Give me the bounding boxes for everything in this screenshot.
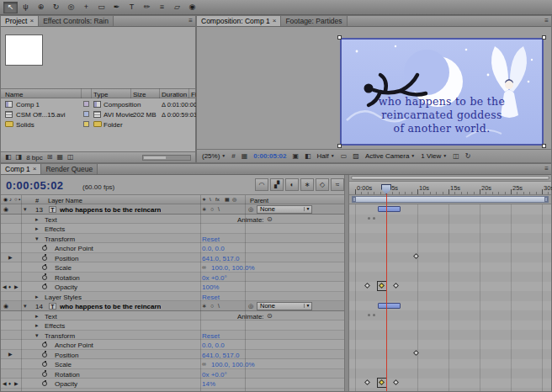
tab-comp-1[interactable]: Comp 1 × [1, 164, 41, 174]
panel-menu-icon[interactable]: ≡ [544, 166, 549, 172]
item-name[interactable]: Solids [16, 121, 34, 129]
layer-row[interactable]: ◉ ▾ 13 T who happens to be the reincarn … [1, 204, 344, 215]
group-row-transform[interactable]: ▾ Transform Reset [1, 331, 344, 341]
group-row-layer-styles[interactable]: ▸ Layer Styles Reset [1, 389, 344, 392]
brainstorm-button[interactable]: ∗ [300, 178, 314, 191]
group-row-effects[interactable]: ▸ Effects [1, 320, 344, 331]
puppet-pin-tool-icon[interactable]: ◉ [185, 2, 199, 13]
item-name[interactable]: Comp 1 [16, 101, 40, 109]
layer-name[interactable]: who happens to be the reincarn [60, 206, 161, 214]
group-row-transform[interactable]: ▾ Transform Reset [1, 234, 344, 244]
reset-link[interactable]: Reset [202, 294, 220, 301]
reset-link[interactable]: Reset [202, 390, 220, 392]
property-row-scale[interactable]: Scale ∞ 100.0, 100.0% [1, 262, 344, 273]
layer-name[interactable]: who happens to be the reincarn [60, 303, 161, 310]
column-header-duration[interactable]: Duration [162, 91, 187, 98]
current-time-display[interactable]: 0:00:05:02 [6, 179, 64, 192]
rotation-tool-icon[interactable]: ↻ [49, 2, 63, 13]
group-row-layer-styles[interactable]: ▸ Layer Styles Reset [1, 292, 344, 302]
chevron-down-icon[interactable]: ▾ [24, 303, 27, 309]
transparency-grid-icon[interactable]: ▨ [353, 153, 359, 160]
label-chip[interactable] [83, 121, 89, 127]
effect-switch-icon[interactable]: ○ [210, 206, 214, 212]
resolution-dropdown[interactable]: Half ▼ [317, 152, 335, 160]
pan-behind-tool-icon[interactable]: + [79, 2, 93, 13]
column-header-type[interactable]: Type [93, 91, 108, 98]
chevron-right-icon[interactable]: ▸ [35, 216, 39, 222]
property-row-opacity[interactable]: ◀ ♦ ▶ Opacity 100% [1, 282, 344, 292]
quality-switch-icon[interactable]: \ [218, 303, 220, 309]
chevron-down-icon[interactable]: ▾ [24, 206, 27, 212]
motion-blur-button[interactable]: ◐ [285, 178, 299, 191]
prev-keyframe-icon[interactable]: ◀ [3, 381, 7, 386]
property-value[interactable]: 100% [202, 283, 219, 291]
composition-viewer[interactable]: who happens to be the reincarnated godde… [197, 27, 551, 149]
project-flowchart-icon[interactable]: ◧ [5, 154, 12, 161]
stopwatch-icon[interactable] [42, 265, 47, 270]
property-value[interactable]: 0.0, 0.0 [202, 342, 225, 349]
stopwatch-icon[interactable] [42, 246, 47, 251]
chevron-down-icon[interactable]: ▾ [35, 236, 39, 241]
delete-icon[interactable]: ◫ [67, 154, 74, 161]
pen-tool-icon[interactable]: ✒ [109, 2, 124, 13]
property-row-anchor-point[interactable]: Anchor Point 0.0, 0.0 [1, 243, 344, 253]
parent-pickwhip-icon[interactable]: ◎ [248, 303, 253, 309]
property-row-scale[interactable]: Scale ∞ 100.0, 100.0% [1, 359, 344, 369]
property-value[interactable]: 100.0, 100.0% [211, 264, 255, 272]
stopwatch-icon[interactable] [42, 381, 47, 386]
property-row-position[interactable]: ▶ Position 641.0, 517.0 [1, 253, 344, 263]
stopwatch-icon[interactable] [42, 372, 47, 377]
animate-add-icon[interactable]: ⊙ [267, 313, 273, 320]
property-row-rotation[interactable]: Rotation 0x +0.0° [1, 369, 344, 379]
fast-preview-icon[interactable]: ↻ [465, 153, 471, 160]
project-item-row[interactable]: CSM Off...15.avi AVI Movie 202 MB Δ 0:00… [1, 109, 195, 119]
frame-blend-button[interactable]: ▞ [270, 178, 284, 191]
eye-icon[interactable]: ◉ [3, 303, 8, 309]
layer-duration-bar[interactable] [378, 206, 401, 212]
property-value[interactable]: 641.0, 517.0 [202, 255, 239, 262]
property-value[interactable]: 0x +0.0° [202, 274, 227, 282]
selection-handle[interactable] [337, 144, 342, 148]
brush-tool-icon[interactable]: ✏ [140, 2, 154, 13]
next-keyframe-icon[interactable]: ▶ [14, 381, 19, 386]
property-row-rotation[interactable]: Rotation 0x +0.0° [1, 273, 344, 283]
chevron-down-icon[interactable]: ▾ [35, 332, 39, 338]
grid-icon[interactable]: ▦ [242, 153, 248, 160]
property-value[interactable]: 100.0, 100.0% [211, 361, 255, 368]
time-navigator[interactable] [349, 175, 551, 182]
close-icon[interactable]: × [273, 18, 277, 24]
column-header-name[interactable]: Name [5, 91, 23, 98]
group-row-effects[interactable]: ▸ Effects [1, 224, 344, 234]
work-area-start-handle[interactable] [353, 197, 356, 202]
animator-marker-dot[interactable] [373, 217, 375, 220]
stopwatch-icon[interactable] [42, 352, 47, 358]
reset-link[interactable]: Reset [202, 236, 220, 243]
animator-marker-dot[interactable] [373, 314, 375, 316]
property-value[interactable]: 641.0, 517.0 [202, 352, 239, 359]
property-value[interactable]: 14% [202, 380, 215, 388]
stopwatch-icon[interactable] [42, 284, 47, 289]
composition-canvas[interactable]: who happens to be the reincarnated godde… [340, 38, 544, 146]
animate-add-icon[interactable]: ⊙ [267, 216, 273, 223]
work-area-bar[interactable] [352, 196, 549, 203]
pixel-aspect-icon[interactable]: ◫ [453, 153, 459, 160]
selection-handle[interactable] [337, 35, 342, 40]
eraser-tool-icon[interactable]: ▱ [170, 2, 184, 13]
camera-view-dropdown[interactable]: Active Camera ▼ [365, 152, 415, 160]
stopwatch-icon[interactable] [42, 362, 47, 367]
stopwatch-icon[interactable] [42, 275, 47, 280]
magnification-dropdown[interactable]: (25%) ▼ [202, 152, 226, 160]
panel-menu-icon[interactable]: ≡ [544, 18, 549, 24]
constrain-proportions-icon[interactable]: ∞ [202, 361, 206, 367]
animator-marker-dot[interactable] [368, 217, 370, 220]
add-keyframe-icon[interactable]: ♦ [8, 381, 11, 386]
property-row-position[interactable]: ▶ Position 641.0, 517.0 [1, 350, 344, 360]
panel-menu-icon[interactable]: ≡ [188, 18, 193, 24]
camera-tool-icon[interactable]: ◎ [64, 2, 78, 13]
region-of-interest-icon[interactable]: ▭ [341, 153, 348, 160]
animator-marker-dot[interactable] [368, 314, 370, 316]
property-row-anchor-point[interactable]: Anchor Point 0.0, 0.0 [1, 340, 344, 350]
hand-tool-icon[interactable]: ψ [19, 2, 33, 13]
project-item-row[interactable]: Comp 1 Composition Δ 0:01:00:00 [1, 99, 195, 109]
timeline-graph[interactable] [349, 204, 551, 391]
